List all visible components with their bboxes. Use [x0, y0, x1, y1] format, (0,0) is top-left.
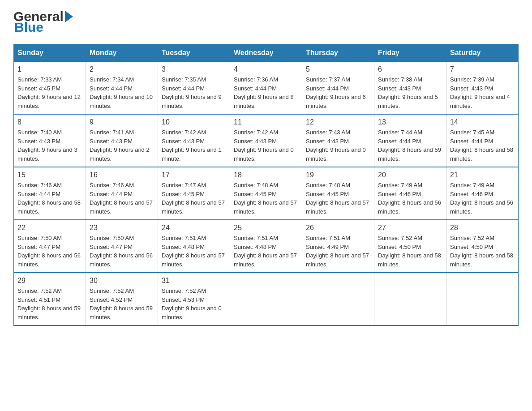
calendar-cell: 1 Sunrise: 7:33 AMSunset: 4:45 PMDayligh…: [14, 62, 86, 115]
calendar-cell: 16 Sunrise: 7:46 AMSunset: 4:44 PMDaylig…: [86, 167, 158, 220]
day-info: Sunrise: 7:45 AMSunset: 4:44 PMDaylight:…: [450, 128, 515, 163]
calendar-cell: 18 Sunrise: 7:48 AMSunset: 4:45 PMDaylig…: [230, 167, 302, 220]
column-header-thursday: Thursday: [302, 44, 374, 62]
day-number: 23: [90, 224, 154, 232]
day-info: Sunrise: 7:50 AMSunset: 4:47 PMDaylight:…: [90, 234, 154, 269]
calendar-cell: 20 Sunrise: 7:49 AMSunset: 4:46 PMDaylig…: [374, 167, 446, 220]
calendar-table: SundayMondayTuesdayWednesdayThursdayFrid…: [13, 44, 519, 326]
day-number: 22: [17, 224, 82, 232]
calendar-cell: 27 Sunrise: 7:52 AMSunset: 4:50 PMDaylig…: [374, 220, 446, 273]
calendar-cell: 8 Sunrise: 7:40 AMSunset: 4:43 PMDayligh…: [14, 114, 86, 167]
column-header-wednesday: Wednesday: [230, 44, 302, 62]
calendar-cell: 19 Sunrise: 7:48 AMSunset: 4:45 PMDaylig…: [302, 167, 374, 220]
day-number: 24: [162, 224, 226, 232]
day-info: Sunrise: 7:42 AMSunset: 4:43 PMDaylight:…: [162, 128, 226, 163]
calendar-week-row: 15 Sunrise: 7:46 AMSunset: 4:44 PMDaylig…: [14, 167, 519, 220]
calendar-cell: 11 Sunrise: 7:42 AMSunset: 4:43 PMDaylig…: [230, 114, 302, 167]
day-info: Sunrise: 7:33 AMSunset: 4:45 PMDaylight:…: [17, 75, 82, 110]
calendar-week-row: 8 Sunrise: 7:40 AMSunset: 4:43 PMDayligh…: [14, 114, 519, 167]
day-number: 8: [17, 118, 82, 126]
day-number: 18: [234, 171, 298, 179]
day-number: 25: [234, 224, 298, 232]
day-number: 30: [90, 277, 154, 285]
calendar-week-row: 29 Sunrise: 7:52 AMSunset: 4:51 PMDaylig…: [14, 273, 519, 325]
day-number: 19: [306, 171, 370, 179]
day-info: Sunrise: 7:37 AMSunset: 4:44 PMDaylight:…: [306, 75, 370, 110]
day-number: 2: [90, 65, 154, 73]
column-header-friday: Friday: [374, 44, 446, 62]
day-number: 21: [450, 171, 515, 179]
page-header: General Blue: [13, 9, 519, 35]
day-info: Sunrise: 7:44 AMSunset: 4:44 PMDaylight:…: [378, 128, 442, 163]
day-info: Sunrise: 7:34 AMSunset: 4:44 PMDaylight:…: [90, 75, 154, 110]
calendar-cell: 3 Sunrise: 7:35 AMSunset: 4:44 PMDayligh…: [158, 62, 230, 115]
calendar-cell: 17 Sunrise: 7:47 AMSunset: 4:45 PMDaylig…: [158, 167, 230, 220]
calendar-week-row: 22 Sunrise: 7:50 AMSunset: 4:47 PMDaylig…: [14, 220, 519, 273]
day-info: Sunrise: 7:39 AMSunset: 4:43 PMDaylight:…: [450, 75, 515, 110]
calendar-cell: 9 Sunrise: 7:41 AMSunset: 4:43 PMDayligh…: [86, 114, 158, 167]
day-number: 1: [17, 65, 82, 73]
calendar-cell: 22 Sunrise: 7:50 AMSunset: 4:47 PMDaylig…: [14, 220, 86, 273]
calendar-cell: 30 Sunrise: 7:52 AMSunset: 4:52 PMDaylig…: [86, 273, 158, 325]
day-number: 6: [378, 65, 442, 73]
day-number: 20: [378, 171, 442, 179]
day-info: Sunrise: 7:50 AMSunset: 4:47 PMDaylight:…: [17, 234, 82, 269]
day-info: Sunrise: 7:38 AMSunset: 4:43 PMDaylight:…: [378, 75, 442, 110]
column-header-tuesday: Tuesday: [158, 44, 230, 62]
calendar-cell: 29 Sunrise: 7:52 AMSunset: 4:51 PMDaylig…: [14, 273, 86, 325]
calendar-cell: 26 Sunrise: 7:51 AMSunset: 4:49 PMDaylig…: [302, 220, 374, 273]
day-number: 11: [234, 118, 298, 126]
day-info: Sunrise: 7:52 AMSunset: 4:50 PMDaylight:…: [450, 234, 515, 269]
day-info: Sunrise: 7:43 AMSunset: 4:43 PMDaylight:…: [306, 128, 370, 163]
day-info: Sunrise: 7:49 AMSunset: 4:46 PMDaylight:…: [378, 181, 442, 216]
calendar-cell: 25 Sunrise: 7:51 AMSunset: 4:48 PMDaylig…: [230, 220, 302, 273]
day-number: 27: [378, 224, 442, 232]
day-info: Sunrise: 7:51 AMSunset: 4:49 PMDaylight:…: [306, 234, 370, 269]
day-info: Sunrise: 7:46 AMSunset: 4:44 PMDaylight:…: [90, 181, 154, 216]
calendar-cell: 7 Sunrise: 7:39 AMSunset: 4:43 PMDayligh…: [446, 62, 519, 115]
calendar-cell: 10 Sunrise: 7:42 AMSunset: 4:43 PMDaylig…: [158, 114, 230, 167]
day-number: 13: [378, 118, 442, 126]
day-number: 29: [17, 277, 82, 285]
logo: General Blue: [13, 9, 74, 35]
calendar-cell: 5 Sunrise: 7:37 AMSunset: 4:44 PMDayligh…: [302, 62, 374, 115]
calendar-cell: [374, 273, 446, 325]
day-info: Sunrise: 7:47 AMSunset: 4:45 PMDaylight:…: [162, 181, 226, 216]
calendar-cell: 13 Sunrise: 7:44 AMSunset: 4:44 PMDaylig…: [374, 114, 446, 167]
day-info: Sunrise: 7:52 AMSunset: 4:50 PMDaylight:…: [378, 234, 442, 269]
day-number: 7: [450, 65, 515, 73]
day-number: 10: [162, 118, 226, 126]
day-number: 26: [306, 224, 370, 232]
day-info: Sunrise: 7:52 AMSunset: 4:52 PMDaylight:…: [90, 287, 154, 321]
calendar-week-row: 1 Sunrise: 7:33 AMSunset: 4:45 PMDayligh…: [14, 62, 519, 115]
day-info: Sunrise: 7:51 AMSunset: 4:48 PMDaylight:…: [234, 234, 298, 269]
calendar-cell: 24 Sunrise: 7:51 AMSunset: 4:48 PMDaylig…: [158, 220, 230, 273]
day-number: 4: [234, 65, 298, 73]
day-number: 31: [162, 277, 226, 285]
calendar-cell: [446, 273, 519, 325]
calendar-cell: 31 Sunrise: 7:52 AMSunset: 4:53 PMDaylig…: [158, 273, 230, 325]
day-number: 12: [306, 118, 370, 126]
day-info: Sunrise: 7:52 AMSunset: 4:51 PMDaylight:…: [17, 287, 82, 321]
calendar-cell: [230, 273, 302, 325]
calendar-cell: 12 Sunrise: 7:43 AMSunset: 4:43 PMDaylig…: [302, 114, 374, 167]
calendar-cell: 4 Sunrise: 7:36 AMSunset: 4:44 PMDayligh…: [230, 62, 302, 115]
calendar-header-row: SundayMondayTuesdayWednesdayThursdayFrid…: [14, 44, 519, 62]
day-info: Sunrise: 7:42 AMSunset: 4:43 PMDaylight:…: [234, 128, 298, 163]
day-number: 9: [90, 118, 154, 126]
day-number: 3: [162, 65, 226, 73]
calendar-cell: 2 Sunrise: 7:34 AMSunset: 4:44 PMDayligh…: [86, 62, 158, 115]
calendar-cell: 14 Sunrise: 7:45 AMSunset: 4:44 PMDaylig…: [446, 114, 519, 167]
column-header-saturday: Saturday: [446, 44, 519, 62]
column-header-sunday: Sunday: [14, 44, 86, 62]
day-info: Sunrise: 7:48 AMSunset: 4:45 PMDaylight:…: [234, 181, 298, 216]
calendar-cell: 15 Sunrise: 7:46 AMSunset: 4:44 PMDaylig…: [14, 167, 86, 220]
day-info: Sunrise: 7:48 AMSunset: 4:45 PMDaylight:…: [306, 181, 370, 216]
day-info: Sunrise: 7:41 AMSunset: 4:43 PMDaylight:…: [90, 128, 154, 163]
calendar-cell: 23 Sunrise: 7:50 AMSunset: 4:47 PMDaylig…: [86, 220, 158, 273]
day-info: Sunrise: 7:49 AMSunset: 4:46 PMDaylight:…: [450, 181, 515, 216]
day-number: 17: [162, 171, 226, 179]
day-number: 5: [306, 65, 370, 73]
day-info: Sunrise: 7:46 AMSunset: 4:44 PMDaylight:…: [17, 181, 82, 216]
column-header-monday: Monday: [86, 44, 158, 62]
